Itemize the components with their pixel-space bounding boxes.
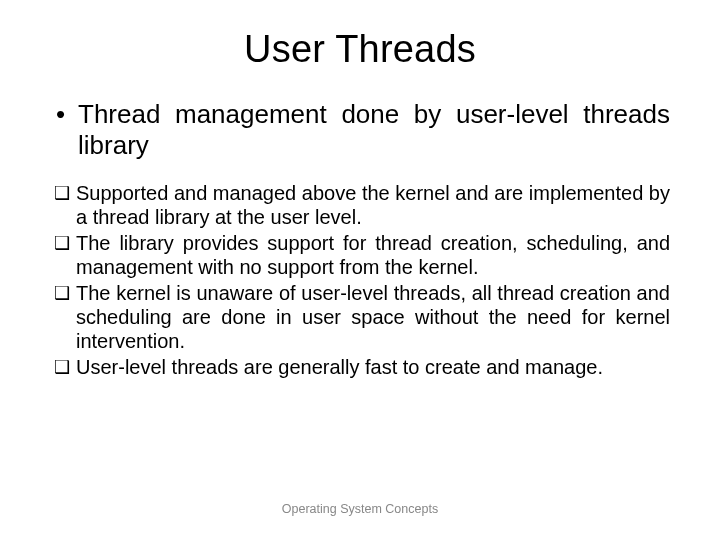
sub-bullet-text: Supported and managed above the kernel a… [76,181,670,229]
sub-bullet-text: User-level threads are generally fast to… [76,355,670,379]
main-bullet: • Thread management done by user-level t… [50,99,670,161]
sub-bullet-text: The library provides support for thread … [76,231,670,279]
square-bullet-icon: ❑ [54,181,76,229]
page-title: User Threads [50,28,670,71]
main-bullet-text: Thread management done by user-level thr… [78,99,670,161]
slide: User Threads • Thread management done by… [0,0,720,540]
sub-bullet-text: The kernel is unaware of user-level thre… [76,281,670,353]
list-item: ❑ The kernel is unaware of user-level th… [54,281,670,353]
list-item: ❑ The library provides support for threa… [54,231,670,279]
square-bullet-icon: ❑ [54,281,76,353]
square-bullet-icon: ❑ [54,355,76,379]
footer-text: Operating System Concepts [0,502,720,516]
list-item: ❑ User-level threads are generally fast … [54,355,670,379]
bullet-dot-icon: • [56,99,78,161]
sub-bullet-list: ❑ Supported and managed above the kernel… [50,181,670,379]
square-bullet-icon: ❑ [54,231,76,279]
list-item: ❑ Supported and managed above the kernel… [54,181,670,229]
